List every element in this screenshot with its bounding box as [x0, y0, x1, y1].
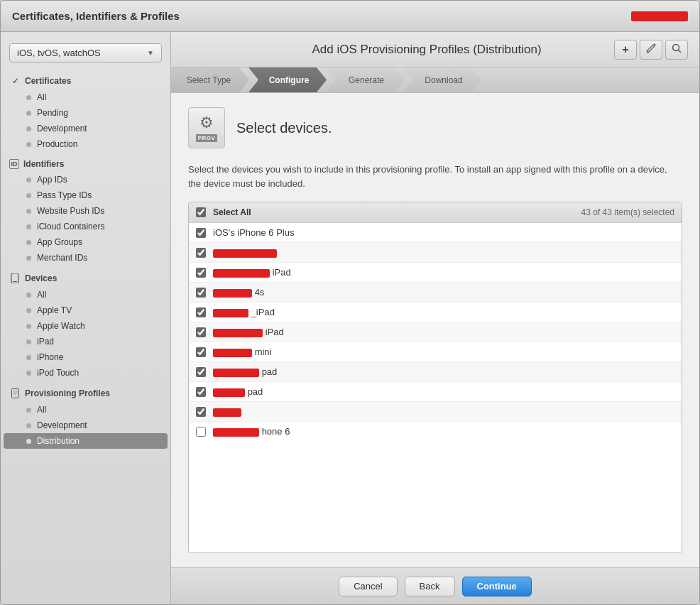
redacted-text: [213, 329, 263, 337]
redacted-text: [213, 369, 259, 377]
devices-icon: [9, 273, 21, 284]
device-checkbox[interactable]: [196, 327, 206, 337]
wizard-step-select-type[interactable]: Select Type: [171, 67, 249, 92]
sidebar-item-prov-distribution[interactable]: Distribution: [4, 433, 168, 449]
sidebar-item-app-groups[interactable]: App Groups: [4, 234, 168, 250]
search-button[interactable]: [665, 40, 688, 60]
sidebar-item-devices-all[interactable]: All: [4, 287, 168, 302]
platform-dropdown[interactable]: iOS, tvOS, watchOS ▼: [9, 43, 162, 62]
wizard-step-label: Configure: [269, 75, 310, 85]
footer: Cancel Back Continue: [171, 567, 699, 604]
sidebar-item-label: App IDs: [37, 175, 67, 185]
redacted-text: [213, 249, 277, 258]
dot-icon: [26, 308, 31, 313]
device-name: hone 6: [213, 426, 290, 437]
panel-title: Add iOS Provisioning Profiles (Distribut…: [239, 43, 614, 57]
device-checkbox[interactable]: [196, 347, 206, 357]
dot-icon: [26, 178, 31, 182]
device-checkbox[interactable]: [196, 367, 206, 377]
dot-icon: [26, 142, 31, 147]
device-checkbox[interactable]: [196, 268, 206, 278]
dot-icon: [26, 209, 31, 214]
dot-icon: [26, 408, 31, 413]
identifiers-icon: ID: [9, 159, 19, 169]
panel-toolbar: +: [614, 40, 688, 60]
device-checkbox[interactable]: [196, 307, 206, 317]
sidebar-item-ipod-touch[interactable]: iPod Touch: [4, 365, 168, 381]
sidebar-item-prov-all[interactable]: All: [4, 402, 168, 418]
dot-icon: [26, 324, 31, 329]
sidebar-item-merchant-ids[interactable]: Merchant IDs: [4, 250, 168, 266]
sidebar-item-label: Merchant IDs: [37, 253, 87, 263]
sidebar-section-certificates: ✓ Certificates All Pending Development: [1, 71, 170, 152]
device-name: iPad: [213, 327, 284, 337]
sidebar-item-apple-tv[interactable]: Apple TV: [4, 302, 168, 318]
back-button[interactable]: Back: [405, 577, 455, 596]
devices-header-label: Devices: [25, 273, 57, 283]
wizard-step-configure[interactable]: Configure: [248, 67, 327, 92]
sidebar-item-label: iPod Touch: [37, 368, 79, 378]
table-row: pad: [189, 362, 682, 382]
dot-icon: [26, 439, 31, 444]
sidebar-item-iphone[interactable]: iPhone: [4, 349, 168, 365]
sidebar-item-certs-all[interactable]: All: [4, 89, 168, 105]
sidebar-item-certs-pending[interactable]: Pending: [4, 105, 168, 121]
sidebar-item-pass-type-ids[interactable]: Pass Type IDs: [4, 187, 168, 203]
dot-icon: [26, 193, 31, 198]
table-row: iPad: [189, 322, 682, 342]
device-name: pad: [213, 366, 277, 377]
table-row: hone 6: [189, 422, 682, 441]
edit-icon: [646, 43, 656, 55]
certificates-header-label: Certificates: [25, 76, 71, 86]
dot-icon: [26, 95, 31, 100]
device-checkbox[interactable]: [196, 228, 206, 238]
sidebar-item-app-ids[interactable]: App IDs: [4, 172, 168, 187]
device-checkbox[interactable]: [196, 407, 206, 417]
sidebar-item-label: App Groups: [37, 237, 82, 247]
sidebar-item-label: Apple Watch: [37, 321, 85, 331]
sidebar-item-website-push-ids[interactable]: Website Push IDs: [4, 203, 168, 219]
sidebar: iOS, tvOS, watchOS ▼ ✓ Certificates All …: [1, 32, 171, 604]
sidebar-item-label: Pending: [37, 108, 68, 118]
wizard-step-generate[interactable]: Generate: [326, 67, 404, 92]
edit-button[interactable]: [640, 40, 662, 60]
sidebar-item-certs-development[interactable]: Development: [4, 121, 168, 136]
device-checkbox[interactable]: [196, 427, 206, 437]
panel-header: Add iOS Provisioning Profiles (Distribut…: [171, 32, 699, 67]
sidebar-item-prov-development[interactable]: Development: [4, 418, 168, 433]
sidebar-item-certs-production[interactable]: Production: [4, 136, 168, 152]
select-all-checkbox[interactable]: [196, 207, 206, 217]
identifiers-header-label: Identifiers: [23, 159, 64, 169]
dot-icon: [26, 111, 31, 116]
device-list-header: Select All 43 of 43 item(s) selected: [189, 202, 682, 223]
redacted-text: [213, 349, 252, 357]
device-name: mini: [213, 347, 271, 357]
sidebar-toolbar: iOS, tvOS, watchOS ▼: [1, 38, 170, 68]
device-name: 4s: [213, 287, 264, 298]
select-all-label: Select All: [213, 207, 581, 217]
dot-icon: [26, 256, 31, 261]
sidebar-item-ipad[interactable]: iPad: [4, 334, 168, 349]
add-button[interactable]: +: [614, 40, 637, 60]
redacted-text: [213, 289, 252, 298]
device-list: iOS's iPhone 6 Plus: [189, 223, 682, 441]
svg-rect-1: [13, 281, 17, 282]
redacted-text: [213, 309, 248, 317]
svg-rect-2: [11, 389, 18, 398]
dot-icon: [26, 224, 31, 229]
sidebar-item-icloud-containers[interactable]: iCloud Containers: [4, 219, 168, 234]
title-bar-redacted-info: [631, 11, 688, 21]
sidebar-header-certificates: ✓ Certificates: [1, 71, 170, 89]
continue-button[interactable]: Continue: [462, 577, 532, 596]
search-icon: [672, 43, 682, 55]
table-row: 4s: [189, 283, 682, 302]
wizard-step-download[interactable]: Download: [403, 67, 481, 92]
device-checkbox[interactable]: [196, 387, 206, 397]
title-bar: Certificates, Identifiers & Profiles: [1, 1, 699, 32]
dot-icon: [26, 126, 31, 131]
cancel-button[interactable]: Cancel: [339, 577, 397, 596]
device-checkbox[interactable]: [196, 248, 206, 258]
sidebar-item-apple-watch[interactable]: Apple Watch: [4, 318, 168, 334]
sidebar-item-label: Production: [37, 139, 77, 149]
device-checkbox[interactable]: [196, 288, 206, 298]
